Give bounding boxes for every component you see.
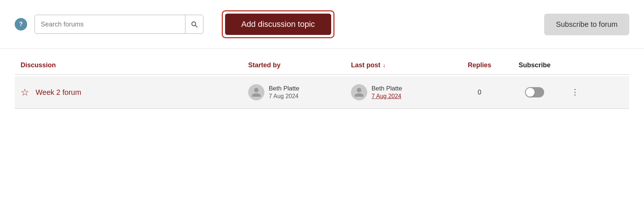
discussion-link[interactable]: Week 2 forum	[36, 88, 81, 97]
replies-cell: 0	[454, 89, 505, 96]
last-post-info: Beth Platte 7 Aug 2024	[372, 85, 402, 100]
discussion-cell: ☆ Week 2 forum	[21, 87, 248, 98]
search-icon	[191, 21, 198, 28]
table-row: ☆ Week 2 forum Beth Platte 7 Aug 2024 Be…	[15, 76, 629, 109]
table-header: Discussion Started by Last post ↓ Replie…	[15, 56, 629, 75]
sort-arrow-icon: ↓	[383, 62, 386, 69]
subscribe-forum-button[interactable]: Subscribe to forum	[544, 14, 629, 35]
subscribe-toggle[interactable]	[525, 87, 544, 97]
last-post-avatar	[351, 84, 367, 100]
last-post-cell: Beth Platte 7 Aug 2024	[351, 84, 454, 100]
subscribe-cell	[505, 87, 564, 97]
last-post-name: Beth Platte	[372, 85, 402, 92]
avatar-icon	[251, 87, 262, 98]
col-subscribe: Subscribe	[505, 61, 564, 69]
help-icon[interactable]: ?	[15, 18, 27, 31]
started-by-cell: Beth Platte 7 Aug 2024	[248, 84, 351, 100]
started-by-date: 7 Aug 2024	[269, 93, 299, 100]
top-bar: ? Add discussion topic Subscribe to foru…	[0, 0, 644, 49]
avatar-icon	[354, 87, 365, 98]
star-icon[interactable]: ☆	[21, 87, 29, 98]
started-by-info: Beth Platte 7 Aug 2024	[269, 85, 299, 100]
add-discussion-button[interactable]: Add discussion topic	[225, 14, 331, 35]
last-post-label: Last post	[351, 61, 380, 69]
col-replies: Replies	[454, 61, 505, 69]
col-last-post[interactable]: Last post ↓	[351, 61, 454, 69]
search-container	[35, 15, 203, 34]
col-discussion: Discussion	[21, 61, 248, 69]
col-started-by: Started by	[248, 61, 351, 69]
more-cell: ⋮	[564, 86, 586, 99]
search-button[interactable]	[185, 15, 203, 33]
more-options-button[interactable]: ⋮	[568, 86, 582, 99]
last-post-date-link[interactable]: 7 Aug 2024	[372, 93, 402, 100]
forum-table: Discussion Started by Last post ↓ Replie…	[0, 56, 644, 109]
started-by-name: Beth Platte	[269, 85, 299, 92]
svg-point-0	[192, 22, 196, 26]
svg-line-1	[195, 25, 197, 27]
search-input[interactable]	[35, 21, 185, 28]
add-discussion-highlight: Add discussion topic	[222, 10, 334, 38]
started-by-avatar	[248, 84, 264, 100]
